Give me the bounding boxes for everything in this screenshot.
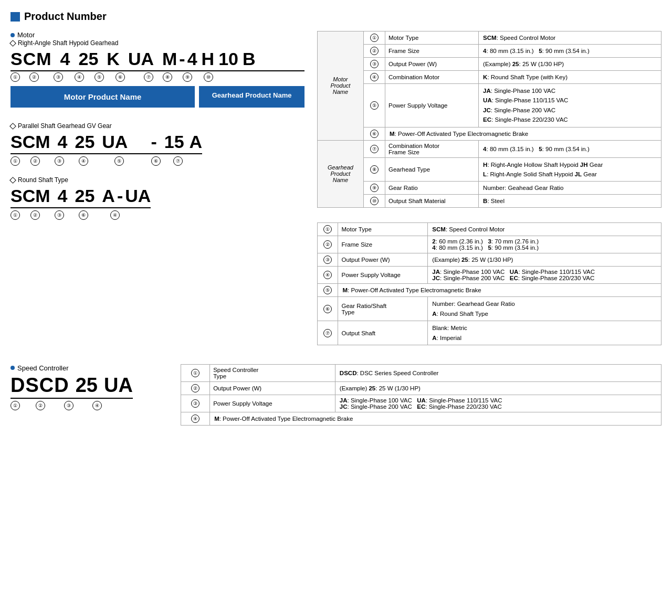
pn-ua: UA — [128, 49, 154, 69]
table-row: ③ Power Supply Voltage JA: Single-Phase … — [181, 395, 662, 412]
c7: ⑦ — [144, 72, 153, 82]
output-power-label: Output Power (W) — [385, 58, 479, 71]
circle-8: ⑧ — [363, 157, 385, 182]
table-row: GearheadProductName ⑦ Combination MotorF… — [318, 140, 662, 157]
parallel-circles-row: ① ② ③ ④ ⑤ ⑥ ⑦ — [10, 156, 304, 166]
diamond-icon-3 — [9, 177, 16, 184]
table-row: ④ Power Supply Voltage JA: Single-Phase … — [318, 267, 662, 284]
sc-bullet-label: Speed Controller — [10, 364, 168, 372]
gear-ratio-value: Number: Geahead Gear Ratio — [479, 182, 662, 195]
brake-value: M: Power-Off Activated Type Electromagne… — [385, 127, 662, 140]
t2-output-power-value: (Example) 25: 25 W (1/30 HP) — [428, 253, 662, 267]
t2-output-shaft-value: Blank: Metric A: Imperial — [428, 321, 662, 345]
page-title: Product Number — [10, 10, 662, 23]
pn-10: 10 — [218, 49, 238, 69]
table-row: ③ Output Power (W) (Example) 25: 25 W (1… — [318, 58, 662, 71]
t2-circle-4: ④ — [318, 267, 338, 284]
round-shaft-label: Round Shaft Type — [10, 176, 304, 184]
pn-h: H — [202, 49, 215, 69]
t3-psu-label: Power Supply Voltage — [210, 395, 335, 412]
parallel-label: Parallel Shaft Gearhead GV Gear — [10, 122, 304, 130]
c4: ④ — [75, 72, 84, 82]
combination-motor-value: K: Round Shaft Type (with Key) — [479, 71, 662, 84]
combo-frame-label: Combination MotorFrame Size — [385, 140, 479, 157]
t3-circle-1: ① — [181, 364, 210, 381]
circle-6: ⑥ — [363, 127, 385, 140]
title-square-icon — [10, 12, 20, 22]
t2-psu-label: Power Supply Voltage — [338, 267, 428, 284]
motor-product-label: MotorProductName — [318, 31, 364, 141]
gearhead-product-label: GearheadProductName — [318, 140, 364, 208]
table-row: ③ Output Power (W) (Example) 25: 25 W (1… — [318, 253, 662, 267]
table-row: ⑥ Gear Ratio/ShaftType Number: Gearhead … — [318, 297, 662, 321]
table-row: ⑨ Gear Ratio Number: Geahead Gear Ratio — [318, 182, 662, 195]
pn-25: 25 — [78, 49, 98, 69]
main-layout: Motor Right-Angle Shaft Hypoid Gearhead … — [10, 31, 662, 345]
t2-circle-7: ⑦ — [318, 321, 338, 345]
bottom-left: Speed Controller DSCD 25 UA ① ② ③ ④ — [10, 364, 168, 410]
table-row: MotorProductName ① Motor Type SCM: Speed… — [318, 31, 662, 45]
table-row: ⑩ Output Shaft Material B: Steel — [318, 195, 662, 208]
name-boxes-row: Motor Product Name Gearhead Product Name — [10, 86, 304, 108]
gearhead-type-label: Gearhead Type — [385, 157, 479, 182]
t3-circle-4: ④ — [181, 412, 210, 425]
t2-motor-type-value: SCM: Speed Control Motor — [428, 223, 662, 236]
t3-brake-value: M: Power-Off Activated Type Electromagne… — [210, 412, 662, 425]
parallel-pn-line: SCM 4 25 UA - 15 A — [10, 132, 202, 154]
motor-product-name-box: Motor Product Name — [10, 86, 195, 108]
circle-9: ⑨ — [363, 182, 385, 195]
round-shaft-section: Round Shaft Type SCM 4 25 A - UA ① ② ③ ⑥… — [10, 176, 304, 220]
hypoid-product-number: SCM 4 25 K UA M - 4 H 10 B — [10, 49, 304, 82]
t3-circle-2: ② — [181, 381, 210, 395]
circle-10: ⑩ — [363, 195, 385, 208]
t2-frame-size-value: 2: 60 mm (2.36 in.) 3: 70 mm (2.76 in.) … — [428, 236, 662, 253]
output-shaft-mat-value: B: Steel — [479, 195, 662, 208]
right-angle-label: Right-Angle Shaft Hypoid Gearhead — [10, 39, 304, 47]
t2-brake-value: M: Power-Off Activated Type Electromagne… — [338, 284, 662, 297]
motor-type-label: Motor Type — [385, 31, 479, 45]
round-pn-line: SCM 4 25 A - UA — [10, 186, 151, 208]
pn-b: B — [243, 49, 256, 69]
diamond-icon-2 — [9, 123, 16, 130]
bottom-right: ① Speed ControllerType DSCD: DSC Series … — [181, 364, 662, 426]
c2: ② — [29, 72, 39, 82]
table-row: ⑤ M: Power-Off Activated Type Electromag… — [318, 284, 662, 297]
c1: ① — [10, 72, 20, 82]
pn-m: M — [162, 49, 177, 69]
table-row: ② Frame Size 2: 60 mm (2.36 in.) 3: 70 m… — [318, 236, 662, 253]
output-shaft-mat-label: Output Shaft Material — [385, 195, 479, 208]
psu-voltage-label: Power Supply Voltage — [385, 84, 479, 128]
frame-size-value: 4: 80 mm (3.15 in.) 5: 90 mm (3.54 in.) — [479, 45, 662, 58]
table-row: ① Motor Type SCM: Speed Control Motor — [318, 223, 662, 236]
left-column: Motor Right-Angle Shaft Hypoid Gearhead … — [10, 31, 304, 220]
psu-voltage-value: JA: Single-Phase 100 VAC UA: Single-Phas… — [479, 84, 662, 128]
sc-circles-row: ① ② ③ ④ — [10, 401, 168, 410]
motor-bullet-label: Motor — [10, 31, 304, 39]
gear-ratio-label: Gear Ratio — [385, 182, 479, 195]
table-row: ① Speed ControllerType DSCD: DSC Series … — [181, 364, 662, 381]
c10: ⑩ — [204, 72, 213, 82]
table-row: ② Output Power (W) (Example) 25: 25 W (1… — [181, 381, 662, 395]
frame-size-label: Frame Size — [385, 45, 479, 58]
t2-gear-ratio-shaft-label: Gear Ratio/ShaftType — [338, 297, 428, 321]
t2-circle-2: ② — [318, 236, 338, 253]
bottom-layout: Speed Controller DSCD 25 UA ① ② ③ ④ ① Sp… — [10, 364, 662, 426]
t2-gear-ratio-shaft-value: Number: Gearhead Gear Ratio A: Round Sha… — [428, 297, 662, 321]
pn-4h: 4 — [187, 49, 197, 69]
t2-output-power-label: Output Power (W) — [338, 253, 428, 267]
t2-circle-6: ⑥ — [318, 297, 338, 321]
sc-pn-line: DSCD 25 UA — [10, 374, 133, 399]
table2-wrapper: ① Motor Type SCM: Speed Control Motor ② … — [317, 222, 662, 345]
hypoid-circles-row: ① ② ③ ④ ⑤ ⑥ ⑦ ⑧ ⑨ ⑩ — [10, 72, 304, 82]
c8: ⑧ — [163, 72, 172, 82]
t3-sc-type-label: Speed ControllerType — [210, 364, 335, 381]
sc-table: ① Speed ControllerType DSCD: DSC Series … — [181, 364, 662, 426]
t2-psu-value: JA: Single-Phase 100 VAC UA: Single-Phas… — [428, 267, 662, 284]
right-column: MotorProductName ① Motor Type SCM: Speed… — [317, 31, 662, 345]
table-row: ⑦ Output Shaft Blank: Metric A: Imperial — [318, 321, 662, 345]
table-row: ⑤ Power Supply Voltage JA: Single-Phase … — [318, 84, 662, 128]
output-power-value: (Example) 25: 25 W (1/30 HP) — [479, 58, 662, 71]
circle-3: ③ — [363, 58, 385, 71]
round-circles-row: ① ② ③ ⑥ ④ — [10, 210, 304, 220]
circle-2: ② — [363, 45, 385, 58]
